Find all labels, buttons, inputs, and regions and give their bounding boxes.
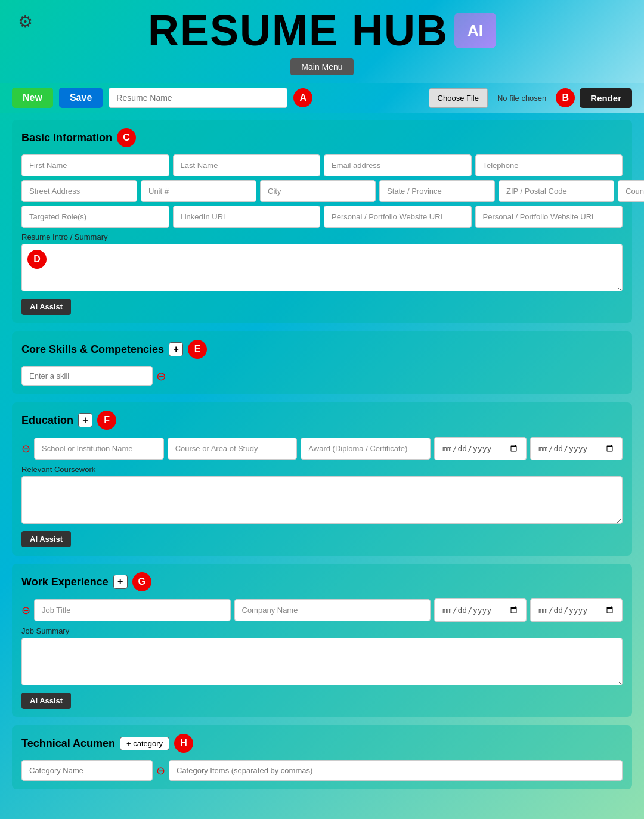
job-summary-label: Job Summary [21,626,623,635]
work-row: ⊖ [21,598,623,622]
remove-work-button[interactable]: ⊖ [21,605,30,616]
new-button[interactable]: New [12,88,53,108]
education-section: Education + F ⊖ Relevant Coursework AI A… [12,402,632,556]
label-c-badge: C [117,128,136,147]
city-input[interactable] [260,180,376,202]
save-button[interactable]: Save [59,88,103,108]
main-content: Basic Information C Resume Intro / Summa… [0,113,644,805]
targeted-role-input[interactable] [21,206,169,228]
basic-info-title-text: Basic Information [21,132,112,144]
toolbar-right: Choose File No file chosen B Render [429,88,632,108]
portfolio1-input[interactable] [324,206,472,228]
street-address-input[interactable] [21,180,137,202]
zip-input[interactable] [499,180,614,202]
edu-end-date[interactable] [530,437,623,460]
label-g-badge: G [132,572,151,591]
gear-icon: ⚙ [18,12,33,32]
basic-info-ai-assist-button[interactable]: AI Assist [21,299,71,315]
logo-row: ⚙ RESUME HUB AI [12,6,632,55]
label-f-badge: F [97,411,116,430]
email-input[interactable] [324,154,472,176]
work-experience-title: Work Experience + G [21,572,623,591]
label-a-badge: A [293,88,312,107]
course-input[interactable] [168,438,298,460]
remove-education-button[interactable]: ⊖ [21,443,30,454]
education-title-text: Education [21,414,73,427]
school-input[interactable] [34,438,164,460]
label-d-badge: D [27,250,47,269]
add-education-button[interactable]: + [78,413,92,427]
intro-area-wrapper: D [21,244,623,294]
company-name-input[interactable] [234,599,431,621]
last-name-input[interactable] [173,154,321,176]
address-row [21,180,623,202]
work-experience-section: Work Experience + G ⊖ Job Summary AI Ass… [12,564,632,717]
tech-row: ⊖ [21,760,623,781]
remove-skill-button[interactable]: ⊖ [156,370,166,382]
state-input[interactable] [379,180,495,202]
intro-label: Resume Intro / Summary [21,232,623,241]
no-file-text: No file chosen [493,94,551,103]
job-title-input[interactable] [34,599,231,621]
linkedin-input[interactable] [173,206,321,228]
education-title: Education + F [21,411,623,430]
basic-info-title: Basic Information C [21,128,623,147]
job-summary-textarea[interactable] [21,638,623,685]
education-ai-assist-button[interactable]: AI Assist [21,531,71,547]
add-category-button[interactable]: + category [120,737,169,750]
telephone-input[interactable] [475,154,623,176]
country-input[interactable] [618,180,644,202]
header: ⚙ RESUME HUB AI Main Menu [0,0,644,83]
resume-name-input[interactable] [109,88,287,108]
coursework-label: Relevant Coursework [21,465,623,474]
core-skills-section: Core Skills & Competencies + E ⊖ [12,331,632,394]
logo-text: RESUME HUB [148,6,448,55]
category-name-input[interactable] [21,760,153,781]
intro-textarea[interactable] [21,244,623,291]
technical-acumen-title-text: Technical Acumen [21,737,115,750]
award-input[interactable] [301,438,431,460]
toolbar: New Save A Choose File No file chosen B … [0,83,644,113]
render-button[interactable]: Render [580,88,632,108]
main-menu-button[interactable]: Main Menu [290,58,353,75]
unit-input[interactable] [141,180,256,202]
core-skills-title-text: Core Skills & Competencies [21,343,164,356]
label-h-badge: H [174,734,193,753]
education-row: ⊖ [21,437,623,460]
work-end-date[interactable] [530,598,623,622]
portfolio2-input[interactable] [475,206,623,228]
technical-acumen-title: Technical Acumen + category H [21,734,623,753]
name-email-phone-row [21,154,623,176]
work-start-date[interactable] [434,598,527,622]
label-b-badge: B [556,88,575,107]
core-skills-title: Core Skills & Competencies + E [21,340,623,359]
work-ai-assist-button[interactable]: AI Assist [21,693,71,709]
role-links-row [21,206,623,228]
label-e-badge: E [188,340,207,359]
ai-badge: AI [454,13,496,48]
skill-row: ⊖ [21,366,623,386]
category-items-input[interactable] [169,760,623,781]
basic-info-section: Basic Information C Resume Intro / Summa… [12,120,632,323]
skill-input[interactable] [21,366,153,386]
work-experience-title-text: Work Experience [21,576,109,588]
first-name-input[interactable] [21,154,169,176]
technical-acumen-section: Technical Acumen + category H ⊖ [12,725,632,789]
remove-category-button[interactable]: ⊖ [156,765,165,776]
add-skill-button[interactable]: + [169,342,183,356]
coursework-textarea[interactable] [21,476,623,524]
choose-file-button[interactable]: Choose File [429,88,488,108]
edu-start-date[interactable] [434,437,527,460]
add-work-button[interactable]: + [113,575,128,589]
